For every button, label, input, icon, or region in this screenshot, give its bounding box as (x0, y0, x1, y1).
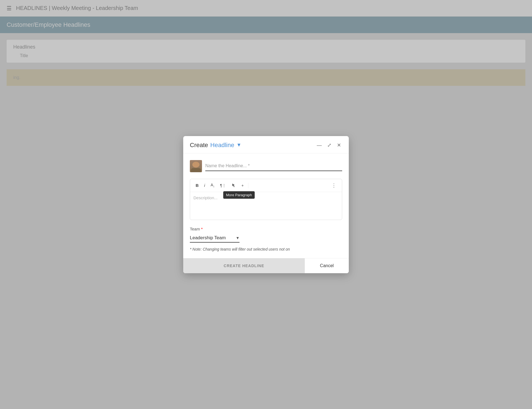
modal-title-area: Create Headline ▼ (190, 142, 241, 149)
paragraph-button[interactable]: ¶⋮ (218, 182, 228, 189)
cursor-icon (232, 183, 236, 187)
font-size-label: A↕ (211, 183, 214, 187)
modal-dropdown-icon[interactable]: ▼ (236, 142, 241, 148)
add-button[interactable]: + (239, 182, 246, 189)
note-text: * Note: Changing teams will filter out s… (190, 247, 342, 251)
font-size-button[interactable]: A↕ (208, 181, 217, 190)
cancel-button[interactable]: Cancel (305, 258, 349, 273)
modal-overlay: Create Headline ▼ — ⤢ ✕ (0, 0, 532, 409)
editor-body[interactable]: Description... (190, 192, 342, 220)
modal-title-type: Headline (210, 142, 234, 149)
required-star: * (201, 227, 203, 231)
team-label: Team* (190, 227, 342, 231)
modal-header: Create Headline ▼ — ⤢ ✕ (183, 136, 349, 153)
editor-container: B i A↕ ¶⋮ + ⋮ Mor (190, 179, 342, 220)
bold-button[interactable]: B (193, 182, 201, 189)
name-input-wrapper (205, 161, 342, 171)
avatar (190, 160, 202, 172)
team-select[interactable]: Leadership Team Sales Team Engineering T… (190, 233, 240, 243)
avatar-body (191, 168, 201, 172)
avatar-inner (190, 160, 202, 172)
italic-button[interactable]: i (202, 182, 207, 189)
modal-title-create: Create (190, 142, 208, 149)
toolbar-separator (248, 183, 248, 188)
modal-controls: — ⤢ ✕ (316, 142, 342, 149)
create-headline-modal: Create Headline ▼ — ⤢ ✕ (183, 136, 349, 273)
name-field-row (190, 160, 342, 172)
team-section: Team* Leadership Team Sales Team Enginee… (190, 227, 342, 243)
editor-toolbar: B i A↕ ¶⋮ + ⋮ Mor (190, 179, 342, 192)
modal-footer: CREATE HEADLINE Cancel (183, 258, 349, 273)
cursor-button[interactable] (229, 181, 238, 190)
description-placeholder: Description... (193, 195, 218, 200)
team-select-wrapper: Leadership Team Sales Team Engineering T… (190, 233, 240, 243)
modal-body: B i A↕ ¶⋮ + ⋮ Mor (183, 153, 349, 258)
expand-button[interactable]: ⤢ (326, 142, 332, 149)
create-headline-button[interactable]: CREATE HEADLINE (183, 258, 305, 273)
more-options-button[interactable]: ⋮ (329, 181, 339, 190)
minimize-button[interactable]: — (316, 142, 323, 149)
headline-name-input[interactable] (205, 161, 342, 171)
avatar-head (192, 162, 200, 168)
close-button[interactable]: ✕ (336, 142, 342, 149)
